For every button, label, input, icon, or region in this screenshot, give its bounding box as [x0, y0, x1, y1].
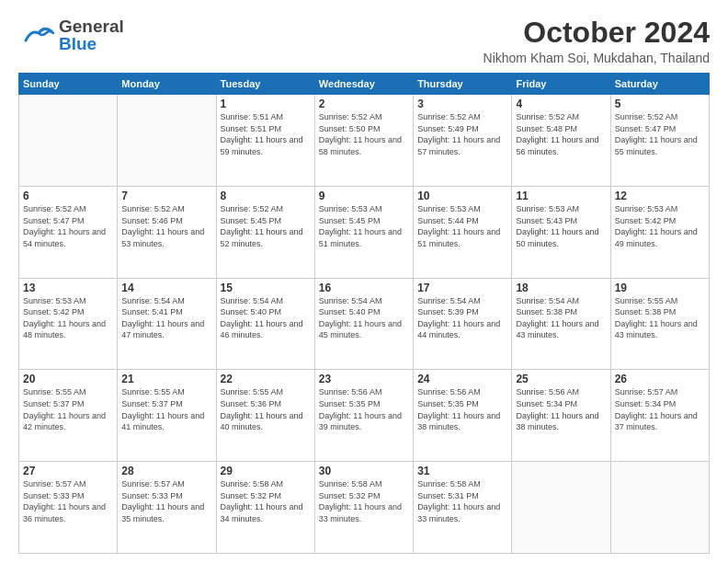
day-cell: 6Sunrise: 5:52 AMSunset: 5:47 PMDaylight…: [19, 186, 118, 278]
month-title: October 2024: [483, 17, 710, 49]
weekday-header-saturday: Saturday: [610, 74, 709, 95]
day-number: 15: [221, 282, 311, 294]
logo-blue: Blue: [59, 35, 124, 54]
day-cell: 19Sunrise: 5:55 AMSunset: 5:38 PMDayligh…: [610, 278, 709, 370]
day-info: Sunrise: 5:53 AMSunset: 5:44 PMDaylight:…: [417, 203, 507, 249]
day-info: Sunrise: 5:54 AMSunset: 5:40 PMDaylight:…: [319, 295, 409, 341]
day-cell: 7Sunrise: 5:52 AMSunset: 5:46 PMDaylight…: [118, 186, 216, 278]
day-info: Sunrise: 5:56 AMSunset: 5:35 PMDaylight:…: [417, 386, 507, 432]
day-cell: 10Sunrise: 5:53 AMSunset: 5:44 PMDayligh…: [414, 186, 512, 278]
day-number: 21: [121, 373, 211, 385]
calendar-table: SundayMondayTuesdayWednesdayThursdayFrid…: [18, 73, 710, 554]
day-number: 11: [516, 190, 606, 202]
day-number: 10: [417, 190, 507, 202]
weekday-header-friday: Friday: [512, 74, 610, 95]
day-cell: 16Sunrise: 5:54 AMSunset: 5:40 PMDayligh…: [314, 278, 413, 370]
day-number: 17: [417, 282, 507, 294]
day-cell: 1Sunrise: 5:51 AMSunset: 5:51 PMDaylight…: [216, 95, 314, 187]
day-number: 23: [319, 373, 409, 385]
day-number: 19: [615, 282, 705, 294]
day-cell: 17Sunrise: 5:54 AMSunset: 5:39 PMDayligh…: [414, 278, 512, 370]
logo: General Blue: [18, 17, 124, 55]
day-number: 29: [221, 465, 311, 477]
day-cell: [610, 462, 709, 554]
weekday-header-monday: Monday: [118, 74, 216, 95]
weekday-header-wednesday: Wednesday: [314, 74, 413, 95]
day-cell: [118, 95, 216, 187]
day-info: Sunrise: 5:53 AMSunset: 5:42 PMDaylight:…: [615, 203, 705, 249]
day-info: Sunrise: 5:53 AMSunset: 5:43 PMDaylight:…: [516, 203, 606, 249]
day-info: Sunrise: 5:51 AMSunset: 5:51 PMDaylight:…: [221, 111, 311, 157]
day-info: Sunrise: 5:52 AMSunset: 5:50 PMDaylight:…: [319, 111, 409, 157]
day-cell: 15Sunrise: 5:54 AMSunset: 5:40 PMDayligh…: [216, 278, 314, 370]
day-info: Sunrise: 5:57 AMSunset: 5:33 PMDaylight:…: [23, 478, 113, 524]
day-info: Sunrise: 5:52 AMSunset: 5:47 PMDaylight:…: [23, 203, 113, 249]
day-number: 28: [121, 465, 211, 477]
page: General Blue October 2024 Nikhom Kham So…: [0, 0, 728, 563]
day-number: 31: [417, 465, 507, 477]
day-number: 16: [319, 282, 409, 294]
day-cell: 2Sunrise: 5:52 AMSunset: 5:50 PMDaylight…: [314, 95, 413, 187]
day-info: Sunrise: 5:52 AMSunset: 5:49 PMDaylight:…: [417, 111, 507, 157]
day-number: 12: [615, 190, 705, 202]
day-number: 22: [221, 373, 311, 385]
logo-general: General: [59, 17, 124, 35]
day-cell: [19, 95, 118, 187]
weekday-header-tuesday: Tuesday: [216, 74, 314, 95]
day-cell: 3Sunrise: 5:52 AMSunset: 5:49 PMDaylight…: [414, 95, 512, 187]
day-cell: 5Sunrise: 5:52 AMSunset: 5:47 PMDaylight…: [610, 95, 709, 187]
day-number: 26: [615, 373, 705, 385]
day-info: Sunrise: 5:55 AMSunset: 5:36 PMDaylight:…: [221, 386, 311, 432]
day-number: 8: [221, 190, 311, 202]
day-cell: 20Sunrise: 5:55 AMSunset: 5:37 PMDayligh…: [19, 370, 118, 462]
week-row-1: 1Sunrise: 5:51 AMSunset: 5:51 PMDaylight…: [19, 95, 710, 187]
weekday-header-sunday: Sunday: [19, 74, 118, 95]
day-info: Sunrise: 5:56 AMSunset: 5:35 PMDaylight:…: [319, 386, 409, 432]
day-number: 24: [417, 373, 507, 385]
day-info: Sunrise: 5:54 AMSunset: 5:38 PMDaylight:…: [516, 295, 606, 341]
day-info: Sunrise: 5:55 AMSunset: 5:38 PMDaylight:…: [615, 295, 705, 341]
day-cell: 4Sunrise: 5:52 AMSunset: 5:48 PMDaylight…: [512, 95, 610, 187]
day-number: 30: [319, 465, 409, 477]
week-row-4: 20Sunrise: 5:55 AMSunset: 5:37 PMDayligh…: [19, 370, 710, 462]
day-cell: 31Sunrise: 5:58 AMSunset: 5:31 PMDayligh…: [414, 462, 512, 554]
day-cell: 27Sunrise: 5:57 AMSunset: 5:33 PMDayligh…: [19, 462, 118, 554]
day-number: 7: [121, 190, 211, 202]
day-info: Sunrise: 5:55 AMSunset: 5:37 PMDaylight:…: [23, 386, 113, 432]
week-row-2: 6Sunrise: 5:52 AMSunset: 5:47 PMDaylight…: [19, 186, 710, 278]
weekday-header-row: SundayMondayTuesdayWednesdayThursdayFrid…: [19, 74, 710, 95]
day-info: Sunrise: 5:57 AMSunset: 5:33 PMDaylight:…: [121, 478, 211, 524]
day-info: Sunrise: 5:53 AMSunset: 5:42 PMDaylight:…: [23, 295, 113, 341]
day-cell: 29Sunrise: 5:58 AMSunset: 5:32 PMDayligh…: [216, 462, 314, 554]
day-number: 25: [516, 373, 606, 385]
day-cell: 13Sunrise: 5:53 AMSunset: 5:42 PMDayligh…: [19, 278, 118, 370]
day-info: Sunrise: 5:52 AMSunset: 5:45 PMDaylight:…: [221, 203, 311, 249]
day-info: Sunrise: 5:52 AMSunset: 5:47 PMDaylight:…: [615, 111, 705, 157]
header: General Blue October 2024 Nikhom Kham So…: [18, 17, 710, 65]
day-info: Sunrise: 5:53 AMSunset: 5:45 PMDaylight:…: [319, 203, 409, 249]
day-cell: 28Sunrise: 5:57 AMSunset: 5:33 PMDayligh…: [118, 462, 216, 554]
day-cell: 21Sunrise: 5:55 AMSunset: 5:37 PMDayligh…: [118, 370, 216, 462]
day-number: 1: [221, 98, 311, 110]
week-row-5: 27Sunrise: 5:57 AMSunset: 5:33 PMDayligh…: [19, 462, 710, 554]
day-number: 13: [23, 282, 113, 294]
day-number: 2: [319, 98, 409, 110]
day-number: 14: [121, 282, 211, 294]
day-cell: 26Sunrise: 5:57 AMSunset: 5:34 PMDayligh…: [610, 370, 709, 462]
logo-icon: [18, 17, 57, 55]
title-block: October 2024 Nikhom Kham Soi, Mukdahan, …: [483, 17, 710, 65]
day-number: 20: [23, 373, 113, 385]
day-number: 9: [319, 190, 409, 202]
day-info: Sunrise: 5:52 AMSunset: 5:48 PMDaylight:…: [516, 111, 606, 157]
day-cell: 30Sunrise: 5:58 AMSunset: 5:32 PMDayligh…: [314, 462, 413, 554]
day-info: Sunrise: 5:57 AMSunset: 5:34 PMDaylight:…: [615, 386, 705, 432]
day-cell: 22Sunrise: 5:55 AMSunset: 5:36 PMDayligh…: [216, 370, 314, 462]
day-cell: 18Sunrise: 5:54 AMSunset: 5:38 PMDayligh…: [512, 278, 610, 370]
day-cell: [512, 462, 610, 554]
week-row-3: 13Sunrise: 5:53 AMSunset: 5:42 PMDayligh…: [19, 278, 710, 370]
day-cell: 24Sunrise: 5:56 AMSunset: 5:35 PMDayligh…: [414, 370, 512, 462]
day-cell: 8Sunrise: 5:52 AMSunset: 5:45 PMDaylight…: [216, 186, 314, 278]
day-number: 6: [23, 190, 113, 202]
logo-text-block: General Blue: [59, 17, 124, 54]
day-cell: 23Sunrise: 5:56 AMSunset: 5:35 PMDayligh…: [314, 370, 413, 462]
